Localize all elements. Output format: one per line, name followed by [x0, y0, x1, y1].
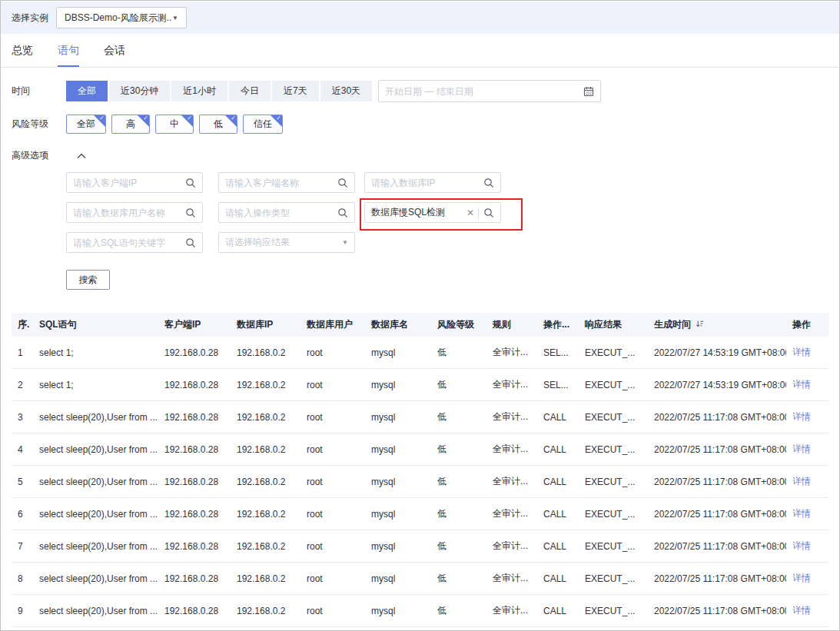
check-icon: ✓	[99, 115, 105, 122]
table-row: 10select sleep(20),User from ...192.168.…	[12, 627, 828, 631]
table-cell: 详情	[786, 337, 828, 369]
table-header-row: 序.SQL语句客户端IP数据库IP数据库用户数据库名风险等级规则操作...响应结…	[12, 313, 828, 337]
advanced-options-row: 高级选项	[1, 149, 839, 162]
client-name-input[interactable]	[225, 178, 337, 188]
detail-link[interactable]: 详情	[792, 411, 811, 422]
table-cell: mysql	[365, 337, 431, 369]
detail-link[interactable]: 详情	[792, 540, 811, 551]
time-filter-option-2[interactable]: 近30分钟	[109, 81, 170, 101]
table-cell: EXECUT_...	[579, 466, 648, 498]
table-cell: select sleep(20),User from ...	[33, 627, 158, 631]
response-result-select[interactable]: 请选择响应结果 ▼	[218, 232, 355, 253]
table-cell: 低	[431, 563, 486, 595]
table-cell: root	[300, 433, 365, 466]
risk-filter-option-5[interactable]: 信任✓	[243, 115, 283, 134]
client-ip-input[interactable]	[73, 178, 185, 188]
table-cell: 192.168.0.28	[158, 369, 231, 401]
db-ip-field[interactable]	[364, 172, 501, 193]
table-row: 8select sleep(20),User from ...192.168.0…	[12, 563, 828, 595]
column-header-label: 数据库名	[371, 319, 408, 330]
detail-link[interactable]: 详情	[792, 379, 811, 390]
instance-select-dropdown[interactable]: DBSS-Demo-风险展示测... ▼	[56, 7, 187, 28]
table-cell: 10	[12, 627, 33, 631]
table-cell: 全审计...	[486, 627, 537, 631]
table-cell: 8	[12, 563, 33, 595]
search-icon[interactable]	[483, 178, 494, 188]
table-cell: CALL	[537, 530, 579, 563]
time-filter-option-1[interactable]: 全部	[66, 81, 108, 101]
sql-keyword-field[interactable]	[66, 232, 203, 253]
risk-filter-option-1[interactable]: 全部✓	[66, 115, 106, 134]
table-cell: mysql	[365, 369, 431, 401]
risk-option-label: 低	[214, 118, 223, 129]
client-ip-field[interactable]	[66, 172, 203, 193]
detail-link[interactable]: 详情	[792, 347, 811, 357]
risk-filter-option-4[interactable]: 低✓	[199, 115, 237, 134]
table-cell: 9	[12, 595, 33, 627]
advanced-filter-row-2: ✕	[66, 200, 839, 225]
clear-icon[interactable]: ✕	[466, 208, 474, 218]
detail-link[interactable]: 详情	[792, 476, 811, 487]
detail-link[interactable]: 详情	[792, 508, 811, 519]
tab-1[interactable]: 总览	[12, 34, 33, 67]
search-icon[interactable]	[185, 178, 196, 188]
db-user-field[interactable]	[66, 202, 203, 223]
table-cell: 192.168.0.2	[231, 337, 300, 369]
tab-3[interactable]: 会话	[104, 34, 125, 67]
table-cell: 1	[12, 337, 33, 369]
table-cell: 详情	[786, 401, 828, 433]
db-user-input[interactable]	[73, 208, 185, 218]
table-cell: 详情	[786, 563, 828, 595]
table-cell: 7	[12, 530, 33, 563]
op-type-field[interactable]	[218, 202, 355, 223]
time-filter-option-4[interactable]: 今日	[229, 81, 271, 101]
date-range-input[interactable]	[385, 86, 583, 97]
time-filter-option-6[interactable]: 近30天	[320, 81, 372, 101]
table-cell: mysql	[365, 498, 431, 530]
advanced-filter-row-3: 请选择响应结果 ▼	[66, 230, 839, 255]
table-cell: select sleep(20),User from ...	[33, 433, 158, 466]
time-filter-option-3[interactable]: 近1小时	[171, 81, 227, 101]
time-filter-option-5[interactable]: 近7天	[272, 81, 319, 101]
db-ip-input[interactable]	[371, 178, 483, 188]
tab-2[interactable]: 语句	[58, 34, 79, 67]
table-cell: 2	[12, 369, 33, 401]
op-type-input[interactable]	[225, 208, 337, 218]
detail-link[interactable]: 详情	[792, 605, 811, 616]
risk-filter-option-2[interactable]: 高✓	[111, 115, 150, 134]
table-cell: root	[300, 369, 365, 401]
search-icon[interactable]	[337, 178, 348, 188]
search-icon[interactable]	[185, 237, 196, 248]
search-icon[interactable]	[337, 208, 348, 218]
detail-link[interactable]: 详情	[792, 573, 811, 583]
table-cell: 2022/07/25 11:17:08 GMT+08:00	[648, 401, 786, 433]
calendar-icon[interactable]	[583, 86, 594, 97]
table-cell: 详情	[786, 595, 828, 627]
instance-selector-label: 选择实例	[12, 12, 48, 25]
date-range-picker[interactable]	[378, 80, 601, 102]
column-header: 数据库名	[365, 313, 431, 337]
search-icon[interactable]	[483, 208, 494, 218]
table-cell: 详情	[786, 466, 828, 498]
table-cell: mysql	[365, 595, 431, 627]
rule-name-field[interactable]: ✕	[364, 202, 501, 223]
table-cell: 192.168.0.2	[231, 369, 300, 401]
table-cell: CALL	[537, 433, 579, 466]
client-name-field[interactable]	[218, 172, 355, 193]
rule-name-input[interactable]	[371, 208, 466, 218]
table-cell: SEL...	[537, 369, 579, 401]
table-cell: root	[300, 530, 365, 563]
table-cell: 2022/07/25 11:17:08 GMT+08:00	[648, 530, 786, 563]
chevron-up-icon[interactable]	[77, 153, 86, 159]
search-button[interactable]: 搜索	[66, 270, 110, 290]
column-header-label: 风险等级	[437, 319, 474, 330]
sort-icon[interactable]	[696, 320, 704, 330]
search-icon[interactable]	[185, 208, 196, 218]
table-cell: CALL	[537, 627, 579, 631]
risk-filter-option-3[interactable]: 中✓	[155, 115, 194, 134]
table-cell: 192.168.0.28	[158, 627, 231, 631]
table-cell: 2022/07/25 11:17:08 GMT+08:00	[648, 498, 786, 530]
sql-keyword-input[interactable]	[73, 237, 185, 248]
detail-link[interactable]: 详情	[792, 443, 811, 454]
table-cell: 192.168.0.2	[231, 401, 300, 433]
